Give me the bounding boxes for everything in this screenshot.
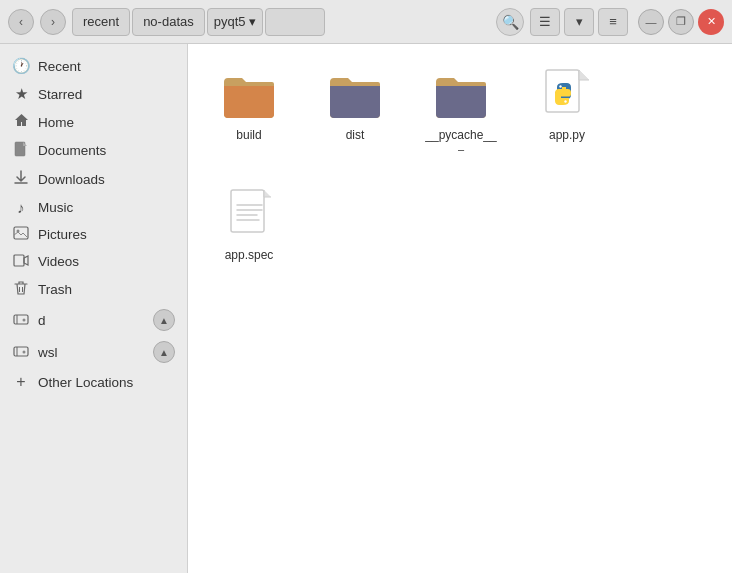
svg-marker-14	[579, 70, 589, 80]
main: 🕐 Recent ★ Starred Home Documents	[0, 44, 732, 573]
nav-forward-button[interactable]: ›	[40, 9, 66, 35]
sidebar-item-label: d	[38, 313, 145, 328]
sidebar-item-other-locations[interactable]: + Other Locations	[0, 368, 187, 396]
file-name: build	[236, 128, 261, 142]
eject-icon: ▲	[159, 347, 169, 358]
view-options-button[interactable]: ▾	[564, 8, 594, 36]
close-icon: ✕	[707, 15, 716, 28]
sidebar-item-label: Recent	[38, 59, 175, 74]
list-item[interactable]: app.py	[522, 60, 612, 164]
list-view-button[interactable]: ☰	[530, 8, 560, 36]
svg-rect-3	[14, 255, 24, 266]
search-button[interactable]: 🔍	[496, 8, 524, 36]
window-controls: — ❐ ✕	[638, 9, 724, 35]
drive-icon	[12, 312, 30, 329]
minimize-button[interactable]: —	[638, 9, 664, 35]
svg-point-18	[564, 100, 566, 102]
chevron-down-icon: ▾	[249, 14, 256, 29]
maximize-button[interactable]: ❐	[668, 9, 694, 35]
svg-point-11	[23, 350, 26, 353]
list-item[interactable]: dist	[310, 60, 400, 164]
wsl-drive-icon	[12, 344, 30, 361]
sidebar-item-label: Downloads	[38, 172, 175, 187]
pictures-icon	[12, 226, 30, 243]
list-item[interactable]: __pycache__–	[416, 60, 506, 164]
sidebar-item-label: wsl	[38, 345, 145, 360]
other-locations-icon: +	[12, 373, 30, 391]
hamburger-icon: ≡	[609, 14, 617, 29]
path-input[interactable]	[265, 8, 325, 36]
close-button[interactable]: ✕	[698, 9, 724, 35]
folder-icon	[327, 68, 383, 124]
file-name: app.py	[549, 128, 585, 142]
menu-button[interactable]: ≡	[598, 8, 628, 36]
svg-marker-20	[264, 190, 271, 197]
sidebar-item-label: Trash	[38, 282, 175, 297]
file-name: app.spec	[225, 248, 274, 262]
sidebar-item-videos[interactable]: Videos	[0, 248, 187, 275]
sidebar-item-pictures[interactable]: Pictures	[0, 221, 187, 248]
star-icon: ★	[12, 85, 30, 103]
toolbar-right: ☰ ▾ ≡	[530, 8, 628, 36]
file-area: build dist	[188, 44, 732, 573]
search-icon: 🔍	[502, 14, 519, 30]
forward-icon: ›	[51, 15, 55, 29]
file-name: __pycache__–	[425, 128, 496, 156]
sidebar-item-label: Starred	[38, 87, 175, 102]
header: ‹ › recent no-datas pyqt5 ▾ 🔍 ☰ ▾ ≡ —	[0, 0, 732, 44]
sidebar-item-label: Videos	[38, 254, 175, 269]
breadcrumb-nodatas[interactable]: no-datas	[132, 8, 205, 36]
python-file-icon	[539, 68, 595, 124]
svg-point-8	[23, 318, 26, 321]
file-name: dist	[346, 128, 365, 142]
sidebar-item-label: Music	[38, 200, 175, 215]
sidebar-item-wsl[interactable]: wsl ▲	[0, 336, 187, 368]
breadcrumb-pyqt5[interactable]: pyqt5 ▾	[207, 8, 263, 36]
minimize-icon: —	[646, 16, 657, 28]
sidebar-item-music[interactable]: ♪ Music	[0, 194, 187, 221]
list-item[interactable]: build	[204, 60, 294, 164]
sidebar-item-recent[interactable]: 🕐 Recent	[0, 52, 187, 80]
list-view-icon: ☰	[539, 14, 551, 29]
nav-back-button[interactable]: ‹	[8, 9, 34, 35]
eject-d-button[interactable]: ▲	[153, 309, 175, 331]
list-item[interactable]: app.spec	[204, 180, 294, 270]
sidebar-item-starred[interactable]: ★ Starred	[0, 80, 187, 108]
home-icon	[12, 113, 30, 131]
back-icon: ‹	[19, 15, 23, 29]
videos-icon	[12, 253, 30, 270]
folder-icon	[221, 68, 277, 124]
documents-icon	[12, 141, 30, 160]
svg-point-17	[559, 85, 561, 87]
sidebar-item-home[interactable]: Home	[0, 108, 187, 136]
svg-rect-6	[14, 315, 28, 324]
breadcrumb-linux[interactable]: recent	[72, 8, 130, 36]
sidebar-item-label: Home	[38, 115, 175, 130]
svg-rect-9	[14, 347, 28, 356]
file-grid: build dist	[204, 60, 716, 270]
sidebar-item-downloads[interactable]: Downloads	[0, 165, 187, 194]
eject-icon: ▲	[159, 315, 169, 326]
eject-wsl-button[interactable]: ▲	[153, 341, 175, 363]
breadcrumb: recent no-datas pyqt5 ▾	[72, 8, 490, 36]
sidebar-item-label: Other Locations	[38, 375, 175, 390]
sidebar-item-trash[interactable]: Trash	[0, 275, 187, 304]
svg-rect-19	[231, 190, 264, 232]
text-file-icon	[221, 188, 277, 244]
downloads-icon	[12, 170, 30, 189]
sidebar-item-label: Pictures	[38, 227, 175, 242]
maximize-icon: ❐	[676, 15, 686, 28]
folder-icon	[433, 68, 489, 124]
view-dropdown-icon: ▾	[576, 14, 583, 29]
sidebar-item-documents[interactable]: Documents	[0, 136, 187, 165]
recent-icon: 🕐	[12, 57, 30, 75]
music-icon: ♪	[12, 199, 30, 216]
sidebar: 🕐 Recent ★ Starred Home Documents	[0, 44, 188, 573]
trash-icon	[12, 280, 30, 299]
sidebar-item-label: Documents	[38, 143, 175, 158]
sidebar-item-d-drive[interactable]: d ▲	[0, 304, 187, 336]
